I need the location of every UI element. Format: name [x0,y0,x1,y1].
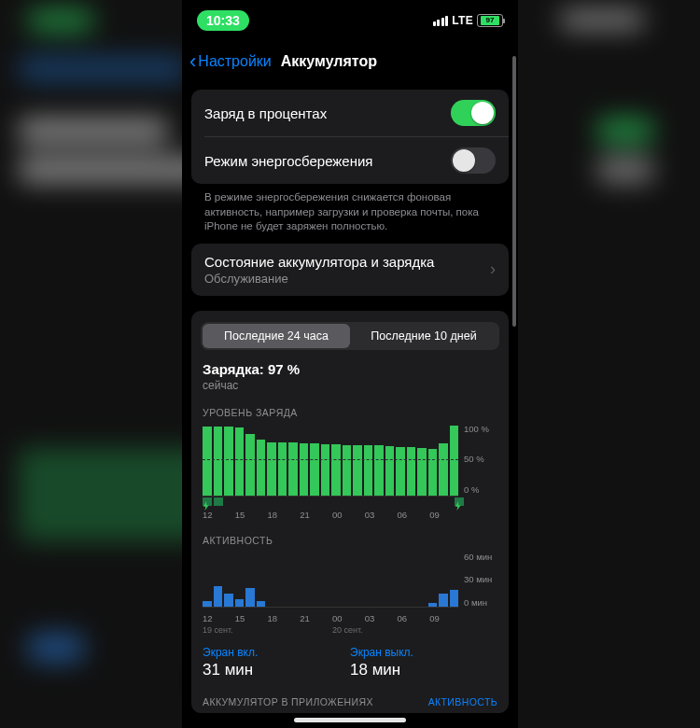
y-tick: 0 мин [464,597,505,608]
chart-activity [203,552,458,608]
row-label: Состояние аккумулятора и зарядка [204,254,434,270]
screen-time-stats: Экран вкл. 31 мин Экран выкл. 18 мин [191,635,509,683]
row-sublabel: Обслуживание [204,272,434,286]
stat-value: 18 мин [350,661,497,679]
segment-24h[interactable]: Последние 24 часа [203,324,350,348]
signal-icon [433,16,449,26]
scrollbar[interactable] [512,56,516,327]
settings-group-1: Заряд в процентах Режим энергосбережения [191,90,509,184]
network-label: LTE [452,14,473,27]
usage-tab-apps[interactable]: АККУМУЛЯТОР В ПРИЛОЖЕНИЯХ [203,696,373,707]
chevron-left-icon: ‹ [189,51,196,72]
page-title: Аккумулятор [281,53,377,70]
row-battery-percent[interactable]: Заряд в процентах [191,90,509,136]
toggle-battery-percent[interactable] [451,100,496,126]
stat-value: 31 мин [203,661,350,679]
y-tick: 30 мин [464,574,505,584]
footnote-low-power: В режиме энергосбережения снижается фоно… [191,184,509,236]
charge-sub: сейчас [203,379,497,392]
y-tick: 60 мин [464,552,505,562]
status-time-pill[interactable]: 10:33 [197,10,249,31]
battery-icon: 97 [477,14,503,27]
toggle-low-power-mode[interactable] [451,147,496,174]
nav-bar: ‹ Настройки Аккумулятор [182,41,518,82]
segmented-control[interactable]: Последние 24 часа Последние 10 дней [201,322,499,350]
charging-indicator-row [191,497,509,506]
row-label: Заряд в процентах [204,105,327,121]
settings-group-2: Состояние аккумулятора и зарядка Обслужи… [191,244,509,296]
stat-label: Экран выкл. [350,646,497,659]
y-tick: 0 % [464,484,505,495]
chart-battery-level [203,424,458,497]
row-low-power-mode[interactable]: Режим энергосбережения [191,137,509,184]
charge-header: Зарядка: 97 % сейчас [191,354,509,392]
section-title-level: УРОВЕНЬ ЗАРЯДА [191,392,509,422]
section-title-activity: АКТИВНОСТЬ [191,520,509,550]
back-label: Настройки [198,53,271,70]
segment-10d[interactable]: Последние 10 дней [350,324,497,348]
y-tick: 50 % [464,454,505,464]
home-indicator[interactable] [294,718,406,722]
date-label: 20 сент. [332,625,462,635]
date-label: 19 сент. [203,625,332,635]
usage-tabs: АККУМУЛЯТОР В ПРИЛОЖЕНИЯХ АКТИВНОСТЬ [191,683,509,707]
back-button[interactable]: ‹ Настройки [189,51,272,72]
stat-label: Экран вкл. [203,646,350,659]
status-bar: 10:33 LTE 97 [182,0,518,41]
charts-card: Последние 24 часа Последние 10 дней Заря… [191,311,509,713]
row-battery-health[interactable]: Состояние аккумулятора и зарядка Обслужи… [191,244,509,296]
usage-tab-activity[interactable]: АКТИВНОСТЬ [428,696,497,707]
row-label: Режим энергосбережения [204,153,372,169]
charge-value: Зарядка: 97 % [203,361,497,377]
chevron-right-icon: › [490,259,496,279]
y-tick: 100 % [464,424,505,434]
phone-screen: 10:33 LTE 97 ‹ Настройки Аккумулятор Зар… [182,0,518,728]
x-axis-activity: 1215182100030609 [191,609,509,623]
